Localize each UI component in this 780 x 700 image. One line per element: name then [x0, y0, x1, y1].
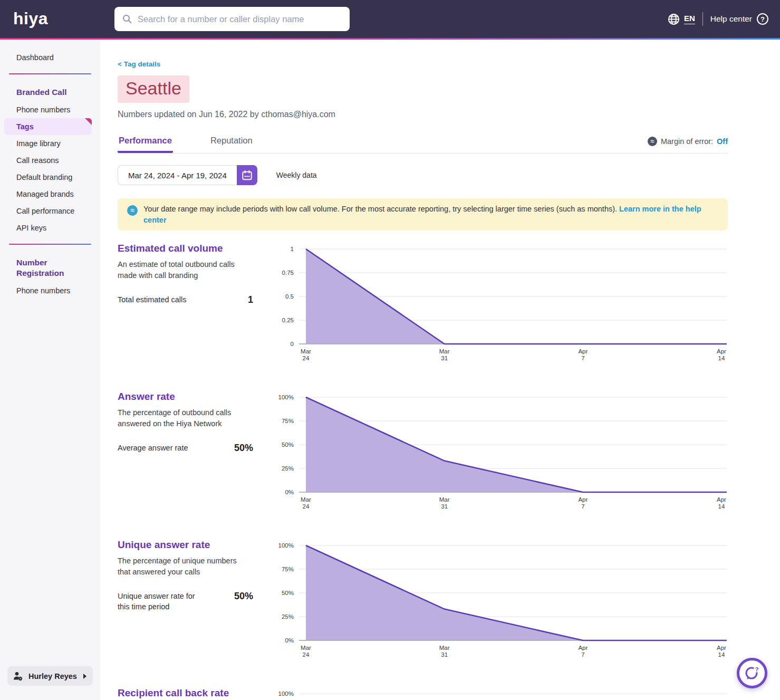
svg-text:31: 31: [441, 503, 448, 510]
recipient-call-back-rate-chart: 100%: [266, 687, 728, 700]
date-range-input[interactable]: Mar 24, 2024 - Apr 19, 2024: [118, 165, 237, 185]
svg-text:14: 14: [718, 355, 725, 361]
caret-right-icon: [83, 674, 86, 679]
support-chat-button[interactable]: ?: [737, 658, 767, 688]
svg-text:Apr: Apr: [717, 496, 726, 503]
svg-text:Apr: Apr: [717, 348, 726, 354]
date-filter-row: Mar 24, 2024 - Apr 19, 2024 Weekly data: [118, 165, 728, 185]
svg-text:31: 31: [441, 651, 448, 658]
calendar-icon: [241, 169, 253, 181]
chart-title: Answer rate: [118, 391, 251, 402]
sidebar-section-number-registration: Number Registration: [0, 252, 84, 282]
approx-icon: ≈: [127, 205, 138, 216]
approx-icon: ≈: [648, 137, 657, 146]
metric-label: Total estimated calls: [118, 294, 205, 305]
metric-value: 1: [248, 294, 253, 305]
svg-text:Apr: Apr: [578, 496, 588, 503]
svg-text:0.75: 0.75: [282, 270, 294, 276]
svg-text:100%: 100%: [278, 394, 294, 400]
active-fold-corner: [85, 118, 92, 125]
metric-label: Unique answer rate for this time period: [118, 591, 205, 612]
globe-icon: [668, 13, 680, 25]
svg-text:7: 7: [581, 355, 584, 361]
help-center-link[interactable]: Help center ?: [710, 13, 768, 25]
svg-text:0.25: 0.25: [282, 317, 294, 323]
svg-text:Apr: Apr: [717, 645, 726, 651]
banner-text: Your date range may include periods with…: [143, 204, 718, 225]
hiya-logo: hiya: [13, 9, 48, 28]
search-input[interactable]: [138, 14, 342, 24]
user-menu[interactable]: Hurley Reyes: [7, 666, 93, 686]
svg-text:100%: 100%: [278, 691, 294, 697]
svg-text:0%: 0%: [285, 489, 294, 495]
svg-text:Mar: Mar: [301, 496, 311, 503]
svg-text:Mar: Mar: [439, 645, 450, 651]
chart-description: The percentage of unique numbers that an…: [118, 555, 247, 578]
svg-text:75%: 75%: [282, 566, 294, 572]
back-to-tag-details-link[interactable]: < Tag details: [118, 60, 160, 68]
svg-text:50%: 50%: [282, 442, 294, 448]
page-subtitle: Numbers updated on Jun 16, 2022 by cthom…: [118, 110, 728, 119]
chat-question-icon: ?: [743, 664, 761, 682]
svg-text:Mar: Mar: [439, 348, 450, 354]
svg-text:7: 7: [581, 503, 584, 510]
user-name: Hurley Reyes: [28, 672, 79, 680]
section-recipient-call-back-rate: Recipient call back rate The percentage …: [118, 687, 728, 700]
svg-text:Mar: Mar: [439, 496, 450, 503]
section-answer-rate: Answer rate The percentage of outbound c…: [118, 391, 728, 513]
sidebar-item-phone-numbers[interactable]: Phone numbers: [0, 101, 100, 118]
search-icon: [122, 14, 132, 24]
tab-reputation[interactable]: Reputation: [209, 132, 254, 153]
metric-value: 50%: [234, 443, 253, 454]
svg-text:Apr: Apr: [578, 348, 588, 354]
svg-text:31: 31: [441, 355, 448, 361]
margin-of-error-value[interactable]: Off: [717, 137, 728, 146]
unique-answer-rate-chart: 100%75%50%25%0%Mar24Mar31Apr7Apr14: [266, 539, 728, 661]
tabs: Performance Reputation ≈ Margin of error…: [118, 132, 728, 154]
sidebar-item-api-keys[interactable]: API keys: [0, 219, 100, 236]
margin-of-error-toggle[interactable]: ≈ Margin of error: Off: [648, 137, 728, 146]
sidebar-item-image-library[interactable]: Image library: [0, 135, 100, 152]
help-center-label: Help center: [710, 14, 752, 24]
chart-description: An estimate of total outbound calls made…: [118, 259, 247, 281]
global-search[interactable]: [114, 7, 350, 31]
main-content: < Tag details Seattle Numbers updated on…: [118, 40, 728, 700]
chart-description: The percentage of outbound calls answere…: [118, 407, 247, 429]
svg-text:100%: 100%: [278, 542, 294, 549]
calendar-button[interactable]: [237, 165, 257, 185]
sidebar-item-tags[interactable]: Tags: [4, 118, 92, 135]
svg-text:Mar: Mar: [301, 348, 311, 354]
chart-title: Unique answer rate: [118, 539, 251, 551]
nav-divider: [702, 12, 703, 26]
svg-text:Apr: Apr: [578, 645, 588, 651]
navbar-gradient-underline: [0, 38, 780, 40]
sidebar-item-managed-brands[interactable]: Managed brands: [0, 186, 100, 203]
chart-title: Recipient call back rate: [118, 687, 251, 699]
svg-text:1: 1: [291, 246, 294, 252]
sidebar-divider: [9, 73, 91, 74]
sidebar-item-registration-phone-numbers[interactable]: Phone numbers: [0, 282, 100, 299]
svg-text:50%: 50%: [282, 590, 294, 596]
top-navbar: hiya EN Help center ?: [0, 0, 780, 38]
svg-text:?: ?: [755, 666, 758, 673]
sidebar-item-call-performance[interactable]: Call performance: [0, 203, 100, 219]
metric-value: 50%: [234, 591, 253, 602]
sidebar: Dashboard Branded Call Phone numbers Tag…: [0, 40, 100, 700]
svg-text:0%: 0%: [285, 637, 294, 644]
svg-text:14: 14: [718, 503, 725, 510]
svg-text:0: 0: [291, 341, 294, 347]
svg-text:24: 24: [303, 355, 310, 361]
sidebar-item-call-reasons[interactable]: Call reasons: [0, 152, 100, 169]
margin-of-error-label: Margin of error:: [661, 137, 713, 146]
svg-text:25%: 25%: [282, 465, 294, 472]
tab-performance[interactable]: Performance: [118, 132, 173, 153]
sidebar-item-dashboard[interactable]: Dashboard: [0, 40, 100, 66]
sidebar-item-default-branding[interactable]: Default branding: [0, 169, 100, 186]
language-selector[interactable]: EN: [668, 13, 695, 25]
page-title: Seattle: [118, 75, 189, 103]
help-question-icon: ?: [757, 13, 768, 25]
metric-label: Average answer rate: [118, 443, 205, 453]
language-code[interactable]: EN: [684, 14, 695, 24]
answer-rate-chart: 100%75%50%25%0%Mar24Mar31Apr7Apr14: [266, 391, 728, 513]
svg-text:24: 24: [303, 651, 310, 658]
